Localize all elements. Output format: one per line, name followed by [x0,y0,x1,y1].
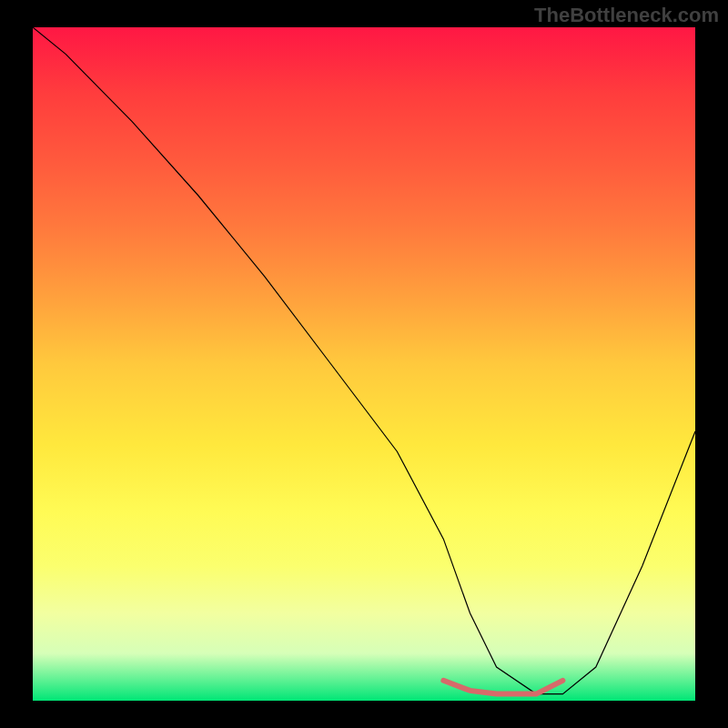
watermark-text: TheBottleneck.com [534,4,719,27]
chart-svg [33,27,695,701]
chart-container: TheBottleneck.com [0,0,728,728]
main-curve-path [33,27,695,694]
plot-area [33,27,695,701]
red-segment-path [443,681,562,694]
